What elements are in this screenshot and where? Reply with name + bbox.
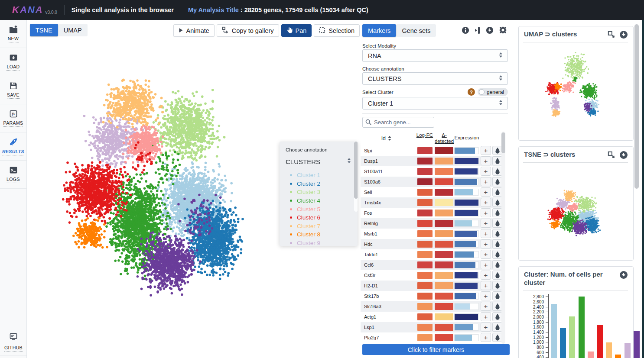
add-marker-button[interactable]: + [481, 229, 491, 238]
sidebar-item-params[interactable]: fx PARAMS [0, 104, 26, 132]
marker-row[interactable]: Slc16a3+ [361, 301, 504, 312]
cluster-list-item[interactable]: Cluster 6 [290, 213, 352, 222]
marker-row[interactable]: Stk17b+ [361, 291, 504, 301]
marker-row[interactable]: Fos+ [361, 208, 504, 218]
add-marker-button[interactable]: + [481, 219, 491, 228]
add-marker-button[interactable]: + [481, 333, 491, 342]
filter-markers-button[interactable]: Click to filter markers [362, 344, 510, 355]
scrollbar-thumb[interactable] [501, 132, 505, 153]
marker-row[interactable]: Lsp1+ [361, 322, 504, 332]
add-marker-button[interactable]: + [481, 167, 491, 176]
tsne-mini-plot[interactable] [524, 163, 627, 252]
add-marker-button[interactable]: + [481, 208, 491, 217]
add-marker-button[interactable]: + [481, 146, 491, 155]
download-icon[interactable] [619, 30, 628, 39]
info-icon[interactable] [462, 26, 469, 34]
cluster-list-item[interactable]: Cluster 5 [290, 205, 352, 213]
cluster-list-item[interactable]: Cluster 4 [290, 197, 352, 205]
add-marker-button[interactable]: + [481, 302, 491, 311]
add-marker-button[interactable]: + [481, 177, 491, 186]
add-marker-button[interactable]: + [481, 281, 491, 290]
cluster-list-item[interactable]: Cluster 8 [290, 230, 352, 239]
gear-icon[interactable] [499, 26, 507, 34]
logfc-bar [417, 158, 433, 164]
cluster-list-item[interactable]: Cluster 3 [290, 188, 352, 197]
marker-row[interactable]: Csf3r+ [361, 270, 504, 281]
add-marker-button[interactable]: + [481, 198, 491, 207]
sidebar-item-save[interactable]: SAVE [0, 76, 26, 104]
add-marker-button[interactable]: + [481, 250, 491, 259]
marker-row[interactable]: Msrb1+ [361, 229, 504, 239]
marker-row[interactable]: Slpi+ [361, 145, 504, 156]
header-expression[interactable]: Expression [454, 135, 479, 141]
cluster-list-item[interactable]: Cluster 7 [290, 222, 352, 231]
scrollbar-thumb[interactable] [354, 142, 358, 199]
copy-to-gallery-icon [222, 26, 229, 35]
select-region-icon[interactable] [608, 151, 615, 159]
search-gene-input[interactable] [362, 117, 434, 128]
analysis-title-link[interactable]: My Analysis Title [188, 6, 239, 13]
logfc-bar [417, 324, 433, 331]
marker-row[interactable]: Dusp1+ [361, 156, 504, 166]
pan-button[interactable]: Pan [281, 24, 312, 37]
marker-row[interactable]: Retnlg+ [361, 218, 504, 229]
select-region-icon[interactable] [608, 31, 615, 39]
delta-detected-bar [435, 220, 453, 227]
marker-row[interactable]: S100a6+ [361, 177, 504, 187]
header-id-sort[interactable]: id [374, 135, 400, 142]
tab-tsne[interactable]: TSNE [30, 24, 58, 36]
add-marker-button[interactable]: + [481, 239, 491, 248]
download-icon[interactable] [619, 151, 628, 159]
help-icon[interactable]: ? [468, 88, 475, 96]
header-logfc[interactable]: Log-FC [413, 132, 436, 139]
marker-row[interactable]: Sell+ [361, 187, 504, 197]
divider [523, 290, 628, 290]
umap-mini-plot[interactable] [524, 42, 627, 131]
marker-row[interactable]: Hdc+ [361, 239, 504, 249]
add-marker-button[interactable]: + [481, 260, 491, 269]
cluster-list-item[interactable]: Cluster 9 [290, 239, 352, 246]
add-marker-button[interactable]: + [481, 323, 491, 332]
selection-button[interactable]: Selection [314, 24, 360, 37]
add-marker-button[interactable]: + [481, 187, 491, 197]
cluster-select[interactable]: Cluster 1 [362, 97, 508, 110]
modality-select[interactable]: RNA [362, 49, 508, 62]
copy-to-gallery-button[interactable]: Copy to gallery [217, 24, 279, 37]
general-toggle[interactable]: general [478, 88, 508, 96]
cluster-list-scrollbar[interactable] [354, 142, 358, 212]
marker-row[interactable]: Tmsb4x+ [361, 197, 504, 208]
header-delta-detected[interactable]: Δ-detected [433, 132, 455, 145]
marker-row[interactable]: Pla2g7+ [361, 332, 504, 343]
animate-button[interactable]: Animate [173, 24, 215, 37]
add-marker-button[interactable]: + [481, 312, 491, 321]
marker-row[interactable]: Actg1+ [361, 312, 504, 322]
cluster-list-item[interactable]: Cluster 1 [290, 171, 352, 180]
collapse-panel-icon[interactable] [475, 26, 481, 34]
tab-markers[interactable]: Markers [362, 24, 396, 37]
marker-row[interactable]: H2-D1+ [361, 281, 504, 291]
download-icon[interactable] [486, 26, 494, 34]
add-marker-button[interactable]: + [481, 156, 491, 165]
cluster-color-dot [290, 233, 292, 235]
marker-row[interactable]: S100a11+ [361, 166, 504, 177]
download-icon[interactable] [619, 271, 628, 279]
marker-row[interactable]: Taldo1+ [361, 249, 504, 260]
y-tick-label: 2,600 [524, 300, 544, 304]
marker-table-scrollbar[interactable] [501, 132, 505, 344]
marker-row[interactable]: Ccl6+ [361, 260, 504, 270]
sidebar-item-logs[interactable]: LOGS [0, 161, 26, 189]
sidebar-item-github[interactable]: GITHUB [0, 329, 27, 355]
sidebar-item-new[interactable]: NEW [0, 20, 26, 48]
gallery-scrollbar[interactable] [634, 24, 639, 189]
annotation-select[interactable]: CLUSTERS [362, 72, 508, 85]
gene-search [362, 117, 434, 128]
add-marker-button[interactable]: + [481, 291, 491, 300]
annotation-select[interactable]: CLUSTERS [286, 158, 352, 165]
tab-gene-sets[interactable]: Gene sets [396, 24, 436, 37]
tab-umap[interactable]: UMAP [58, 24, 88, 36]
add-marker-button[interactable]: + [481, 271, 491, 280]
logfc-bar [417, 168, 433, 175]
sidebar-item-results[interactable]: RESULTS [0, 132, 26, 161]
cluster-list-item[interactable]: Cluster 2 [290, 180, 352, 188]
sidebar-item-load[interactable]: LOAD [0, 48, 26, 76]
